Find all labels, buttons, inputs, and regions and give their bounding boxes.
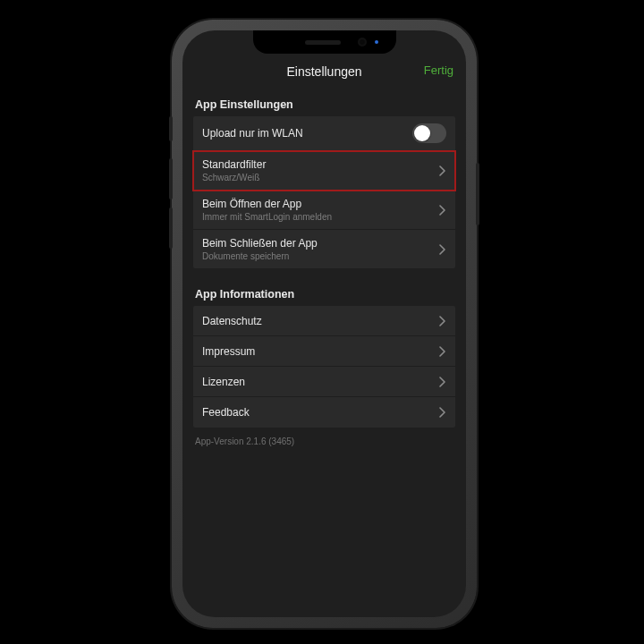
notch — [253, 30, 396, 54]
toggle-knob — [414, 125, 430, 141]
chevron-right-icon — [439, 165, 446, 176]
list-app-settings: Upload nur im WLAN Standardfilter Schwar… — [193, 116, 455, 268]
row-privacy[interactable]: Datenschutz — [193, 306, 455, 336]
row-label: Feedback — [202, 406, 439, 419]
row-sublabel: Dokumente speichern — [202, 251, 439, 261]
screen: Einstellungen Fertig App Einstellungen U… — [182, 30, 466, 617]
row-standard-filter[interactable]: Standardfilter Schwarz/Weiß — [193, 151, 455, 191]
volume-down-button — [169, 208, 173, 249]
row-label: Lizenzen — [202, 376, 439, 388]
chevron-right-icon — [439, 244, 446, 255]
row-on-open[interactable]: Beim Öffnen der App Immer mit SmartLogin… — [193, 191, 455, 230]
section-header-app-settings: App Einstellungen — [182, 86, 466, 116]
row-imprint[interactable]: Impressum — [193, 336, 455, 367]
row-label: Standardfilter — [202, 158, 439, 171]
row-sublabel: Immer mit SmartLogin anmelden — [202, 212, 439, 222]
navbar: Einstellungen Fertig — [182, 57, 466, 86]
row-on-close[interactable]: Beim Schließen der App Dokumente speiche… — [193, 230, 455, 268]
chevron-right-icon — [439, 346, 446, 357]
app-version-label: App-Version 2.1.6 (3465) — [182, 428, 466, 455]
row-sublabel: Schwarz/Weiß — [202, 173, 439, 182]
mute-switch — [169, 116, 173, 141]
chevron-right-icon — [439, 316, 446, 326]
done-button[interactable]: Fertig — [424, 64, 453, 77]
power-button — [476, 163, 479, 225]
page-title: Einstellungen — [286, 64, 361, 79]
app-content: Einstellungen Fertig App Einstellungen U… — [182, 30, 466, 617]
chevron-right-icon — [439, 377, 446, 387]
phone-frame: Einstellungen Fertig App Einstellungen U… — [172, 20, 477, 628]
section-header-app-info: App Informationen — [182, 268, 466, 306]
row-upload-wlan[interactable]: Upload nur im WLAN — [193, 116, 455, 151]
row-label: Datenschutz — [202, 315, 439, 327]
chevron-right-icon — [439, 407, 446, 418]
row-label: Beim Öffnen der App — [202, 198, 439, 210]
row-label: Beim Schließen der App — [202, 237, 439, 250]
row-label: Upload nur im WLAN — [202, 127, 412, 140]
row-feedback[interactable]: Feedback — [193, 397, 455, 428]
toggle-upload-wlan[interactable] — [412, 123, 446, 143]
list-app-info: Datenschutz Impressum Lizenzen — [193, 306, 455, 428]
row-licenses[interactable]: Lizenzen — [193, 367, 455, 397]
volume-up-button — [169, 158, 173, 199]
row-label: Impressum — [202, 345, 439, 358]
chevron-right-icon — [439, 205, 446, 216]
